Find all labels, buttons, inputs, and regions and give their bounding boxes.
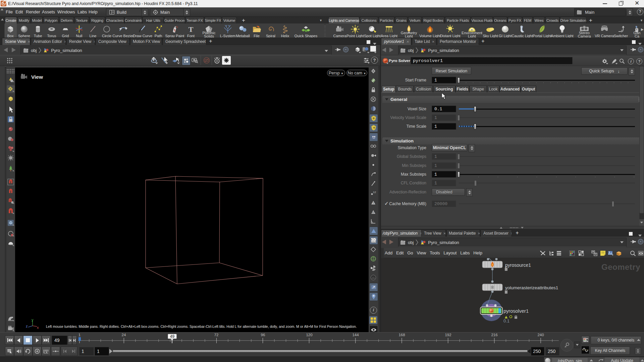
- svg-text:0.1: 0.1: [503, 318, 509, 323]
- svg-text:120: 120: [306, 333, 312, 337]
- svg-text:240: 240: [537, 333, 544, 337]
- svg-text:24: 24: [122, 333, 126, 337]
- svg-text:144: 144: [352, 333, 359, 337]
- svg-text:12: 12: [372, 211, 374, 214]
- svg-text:1: 1: [373, 202, 374, 204]
- svg-text:12: 12: [373, 191, 376, 194]
- svg-text:x: x: [37, 325, 39, 329]
- svg-text:72: 72: [214, 333, 219, 337]
- svg-text:168: 168: [398, 333, 405, 337]
- svg-text:96: 96: [261, 333, 265, 337]
- svg-text:+: +: [612, 253, 613, 256]
- svg-text:1: 1: [78, 333, 80, 337]
- svg-text:216: 216: [491, 333, 497, 337]
- svg-text:192: 192: [445, 333, 451, 337]
- svg-text:z: z: [26, 324, 28, 328]
- svg-text:y: y: [32, 318, 34, 322]
